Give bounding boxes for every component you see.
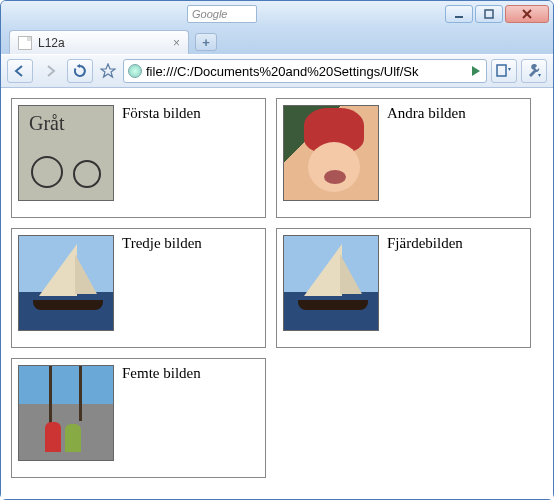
image-card: Tredje bilden bbox=[11, 228, 266, 348]
globe-icon bbox=[128, 64, 142, 78]
tab-close-icon[interactable]: × bbox=[173, 36, 180, 50]
forward-button[interactable] bbox=[37, 59, 63, 83]
tab-title: L12a bbox=[38, 36, 65, 50]
thumbnail bbox=[283, 105, 379, 201]
titlebar: Google bbox=[1, 1, 553, 27]
maximize-button[interactable] bbox=[475, 5, 503, 23]
caption: Andra bilden bbox=[387, 105, 466, 122]
chrome-window: Google L12a × + bbox=[0, 0, 554, 500]
caption: Femte bilden bbox=[122, 365, 201, 382]
caption: Första bilden bbox=[122, 105, 201, 122]
thumbnail bbox=[18, 105, 114, 201]
caption: Fjärdebilden bbox=[387, 235, 463, 252]
wrench-menu-button[interactable] bbox=[521, 59, 547, 83]
page-icon bbox=[18, 36, 32, 50]
window-controls bbox=[445, 5, 549, 23]
image-card: Första bilden bbox=[11, 98, 266, 218]
back-button[interactable] bbox=[7, 59, 33, 83]
svg-rect-4 bbox=[497, 65, 506, 76]
tab-bar: L12a × + bbox=[1, 27, 553, 54]
thumbnail bbox=[18, 365, 114, 461]
url-bar[interactable] bbox=[123, 59, 487, 83]
tab[interactable]: L12a × bbox=[9, 30, 189, 54]
close-button[interactable] bbox=[505, 5, 549, 23]
search-box[interactable]: Google bbox=[187, 5, 257, 23]
image-card: Andra bilden bbox=[276, 98, 531, 218]
image-card: Fjärdebilden bbox=[276, 228, 531, 348]
url-input[interactable] bbox=[146, 64, 466, 79]
bookmark-star-icon[interactable] bbox=[97, 60, 119, 82]
reload-button[interactable] bbox=[67, 59, 93, 83]
image-card: Femte bilden bbox=[11, 358, 266, 478]
caption: Tredje bilden bbox=[122, 235, 202, 252]
page-menu-button[interactable] bbox=[491, 59, 517, 83]
new-tab-button[interactable]: + bbox=[195, 33, 217, 51]
toolbar bbox=[1, 54, 553, 88]
thumbnail bbox=[18, 235, 114, 331]
go-icon[interactable] bbox=[470, 65, 482, 77]
minimize-button[interactable] bbox=[445, 5, 473, 23]
page-content: Första bilden Andra bilden Tredje bilden… bbox=[1, 88, 553, 499]
svg-rect-1 bbox=[485, 10, 493, 18]
thumbnail bbox=[283, 235, 379, 331]
